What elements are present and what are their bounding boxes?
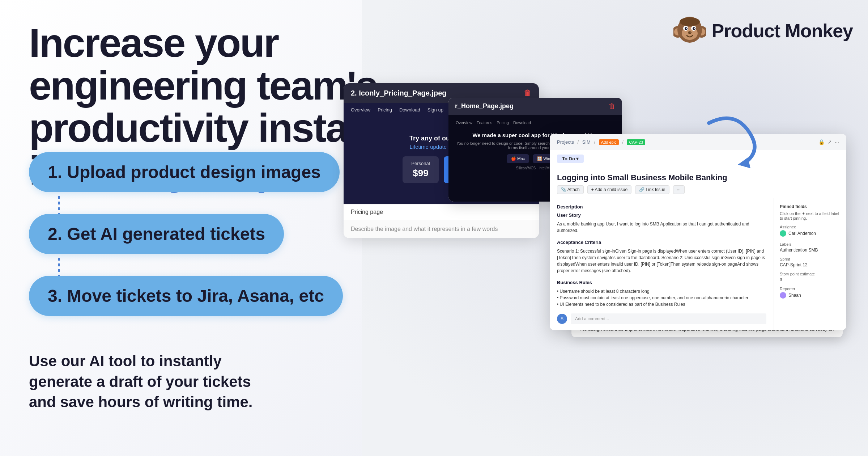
step-pill-3: 3. Move tickets to Jira, Asana, etc — [29, 276, 343, 316]
jira-sidebar: Pinned fields Click on the ✦ next to a f… — [774, 198, 846, 330]
step-item-3: 3. Move tickets to Jira, Asana, etc — [29, 276, 343, 316]
jira-field-story-points: Story point estimate 3 — [780, 272, 841, 282]
pricing-nav-signup: Sign up — [427, 107, 443, 113]
jira-field-reporter: Reporter Shaan — [780, 287, 841, 300]
assignee-avatar — [780, 230, 786, 237]
arrow-element — [694, 101, 767, 174]
jira-field-labels: Labels Authentication SMB — [780, 242, 841, 253]
sprint-label: Sprint — [780, 257, 841, 261]
step-item-1: 1. Upload product design images — [29, 152, 343, 192]
business-rules-title: Business Rules — [557, 280, 766, 285]
jira-main-content: Description User Story As a mobile banki… — [550, 198, 774, 330]
jira-comment-area: S Add a comment... — [557, 313, 766, 324]
upload-card-input[interactable]: Describe the image and what it represent… — [344, 220, 539, 238]
bottom-text: Use our AI tool to instantly generate a … — [29, 351, 275, 413]
upload-card-title: 2. Iconly_Pricing_Page.jpeg — [351, 89, 447, 97]
step-pill-2: 2. Get AI generated tickets — [29, 214, 284, 254]
jira-header-actions: 🔒 ↗ ··· — [818, 139, 839, 145]
jira-actions-row: 📎 Attach + Add a child issue 🔗 Link Issu… — [550, 185, 846, 198]
steps-container: 1. Upload product design images 2. Get A… — [29, 152, 343, 320]
acceptance-content: Scenario 1: Successful sign-inGiven Sign… — [557, 248, 766, 274]
screenshots-area: 2. Iconly_Pricing_Page.jpeg 🗑 Overview P… — [326, 83, 868, 427]
assignee-label: Assignee — [780, 225, 841, 229]
svg-point-11 — [694, 28, 695, 29]
jira-field-sprint: Sprint CAP-Sprint 12 — [780, 257, 841, 267]
jira-field-pinned: Pinned fields Click on the ✦ next to a f… — [780, 204, 841, 220]
step-item-2: 2. Get AI generated tickets — [29, 214, 343, 254]
step-connector-2 — [58, 258, 60, 276]
svg-point-10 — [686, 28, 687, 29]
jira-more-icon[interactable]: ··· — [835, 139, 839, 145]
jira-body: Description User Story As a mobile banki… — [550, 198, 846, 330]
labels-label: Labels — [780, 242, 841, 246]
home-delete-icon[interactable]: 🗑 — [608, 102, 616, 110]
pricing-nav-download: Download — [399, 107, 420, 113]
headline-line1: Increase your engineering team's — [29, 20, 377, 108]
step-connector-1 — [58, 196, 60, 214]
version-buttons: Silicon/MCS Intel/MCS — [516, 166, 554, 170]
jira-epic-badge: Add epic — [599, 139, 619, 145]
jira-share-icon[interactable]: ↗ — [827, 139, 832, 145]
reporter-avatar — [780, 292, 786, 299]
pinned-fields-label: Pinned fields — [780, 204, 841, 209]
reporter-label: Reporter — [780, 287, 841, 291]
delete-icon[interactable]: 🗑 — [524, 88, 532, 98]
svg-point-14 — [690, 32, 691, 33]
jira-more-actions-btn[interactable]: ··· — [673, 185, 685, 194]
home-card-header: r_Home_Page.jpeg 🗑 — [448, 98, 622, 115]
jira-top-fields: Description — [557, 204, 766, 212]
user-story-content: As a mobile banking app User, I want to … — [557, 221, 766, 234]
jira-attach-btn[interactable]: 📎 Attach — [557, 185, 584, 194]
assignee-value: Carl Anderson — [780, 230, 841, 238]
logo-area: Product Monkey — [673, 14, 853, 47]
jira-child-btn[interactable]: + Add a child issue — [587, 185, 631, 194]
page-container: Product Monkey Increase your engineering… — [0, 0, 868, 456]
home-card-title: r_Home_Page.jpeg — [455, 102, 514, 110]
svg-point-15 — [680, 17, 700, 26]
reporter-value: Shaan — [780, 292, 841, 300]
pricing-nav-pricing: Pricing — [378, 107, 392, 113]
jira-breadcrumb: Projects / SIM / Add epic / CAP-23 — [557, 139, 645, 145]
user-story-title: User Story — [557, 212, 766, 218]
mac-button[interactable]: 🍎 Mac — [507, 154, 529, 163]
sprint-value: CAP-Sprint 12 — [780, 262, 841, 267]
upload-card-label: Pricing page — [344, 204, 539, 220]
jira-status-badge[interactable]: To Do ▾ — [557, 155, 584, 163]
jira-lock-icon: 🔒 — [818, 139, 825, 145]
flow-arrow-icon — [694, 101, 767, 174]
story-points-label: Story point estimate — [780, 272, 841, 276]
description-label: Description — [557, 204, 583, 210]
jira-field-assignee: Assignee Carl Anderson — [780, 225, 841, 238]
pricing-nav-overview: Overview — [351, 107, 370, 113]
jira-ticket-badge: CAP-23 — [627, 139, 645, 145]
jira-link-btn[interactable]: 🔗 Link Issue — [635, 185, 669, 194]
labels-value: Authentication SMB — [780, 248, 841, 253]
jira-description-section: Description — [557, 204, 583, 212]
comment-input[interactable]: Add a comment... — [571, 313, 766, 324]
acceptance-title: Acceptance Criteria — [557, 240, 766, 245]
story-points-value: 3 — [780, 277, 841, 282]
home-nav: Overview Features Pricing Download — [456, 121, 615, 125]
business-rules-content: • Username should be at least 8 characte… — [557, 288, 766, 308]
step-pill-1: 1. Upload product design images — [29, 152, 340, 192]
svg-point-13 — [688, 32, 689, 33]
logo-text: Product Monkey — [712, 20, 853, 42]
monkey-face-icon — [673, 14, 706, 47]
pinned-fields-hint: Click on the ✦ next to a field label to … — [780, 211, 841, 220]
commenter-avatar: S — [557, 314, 567, 324]
plan-personal: Personal $99 — [403, 156, 439, 183]
